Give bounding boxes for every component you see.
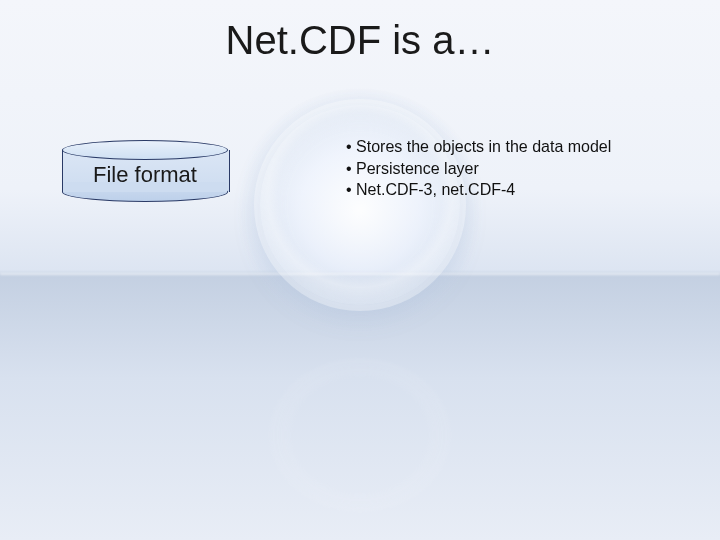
cylinder-label: File format [62, 162, 228, 188]
ring-graphic [260, 105, 460, 305]
cylinder-top-ellipse [62, 140, 228, 160]
bullet-item: Persistence layer [346, 158, 611, 180]
bullet-item: Net.CDF-3, net.CDF-4 [346, 179, 611, 201]
bullet-item: Stores the objects in the data model [346, 136, 611, 158]
cylinder-shape: File format [62, 140, 228, 202]
slide: Net.CDF is a… File format Stores the obj… [0, 0, 720, 540]
ring-reflection [275, 363, 445, 508]
bullet-list: Stores the objects in the data model Per… [346, 136, 611, 201]
slide-title: Net.CDF is a… [0, 18, 720, 63]
